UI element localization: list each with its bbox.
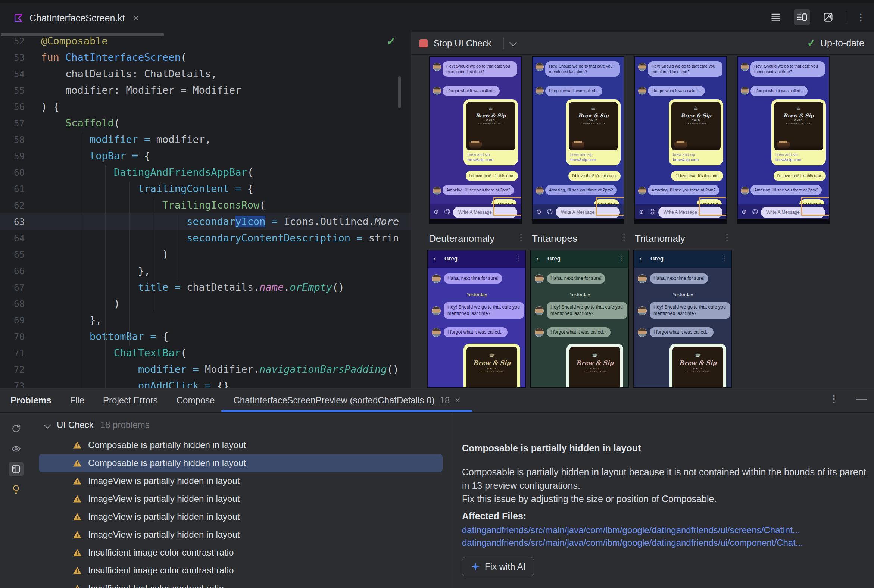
indent-guide: [178, 214, 179, 280]
tab-label: Problems: [11, 395, 51, 405]
chevron-down-icon[interactable]: [509, 39, 517, 46]
ide-window: ChatInterfaceScreen.kt × ⋮ 52@Composable…: [0, 0, 874, 588]
chat-bubble-incoming: Haha, next time for sure!: [547, 273, 605, 284]
preview-image-icon[interactable]: [820, 9, 836, 26]
problem-item[interactable]: !ImageView is partially hidden in layout: [39, 508, 443, 526]
link-preview-card: ☕ Brew & Sip — OHID — COFFEE&CASIDY brew…: [566, 99, 620, 165]
tab-close-icon[interactable]: ×: [455, 395, 460, 405]
problem-text: ImageView is partially hidden in layout: [88, 512, 240, 522]
code-line: 60 DatingAndFriendsAppBar(: [0, 164, 410, 181]
refresh-icon[interactable]: [9, 421, 24, 436]
phone-preview-bottom-row[interactable]: ‹ Greg ⋮ Haha, next time for sure!Yester…: [633, 250, 732, 388]
back-icon: ‹: [433, 255, 435, 262]
chat-bubble-incoming: I forgot what it was called...: [648, 86, 705, 96]
preview-kebab-icon[interactable]: ⋮: [619, 232, 628, 243]
line-number: 55: [0, 82, 41, 99]
warning-icon: !: [73, 531, 81, 538]
phone-preview-bottom-row[interactable]: ‹ Greg ⋮ Haha, next time for sure!Yester…: [530, 250, 629, 388]
preview-eye-icon[interactable]: [9, 441, 24, 456]
preview-kebab-icon[interactable]: ⋮: [722, 232, 731, 243]
problem-item[interactable]: !ImageView is partially hidden in layout: [39, 490, 443, 508]
stop-ui-check-button[interactable]: Stop UI Check: [416, 36, 495, 51]
back-icon: ‹: [639, 255, 641, 262]
problem-item[interactable]: !ImageView is partially hidden in layout: [39, 526, 443, 544]
link-preview-card: ☕ Brew & Sip — OHID — COFFEE&CASIDY: [670, 344, 726, 388]
code-editor[interactable]: 52@Composable53fun ChatInterfaceScreen(5…: [0, 32, 410, 388]
chat-header: ‹ Greg ⋮: [531, 250, 628, 267]
ai-sparkle-icon: [471, 562, 480, 572]
problem-item[interactable]: !ImageView is partially hidden in layout: [39, 472, 443, 490]
editor-options-kebab-icon[interactable]: ⋮: [856, 12, 866, 22]
split-view-icon[interactable]: [794, 9, 810, 26]
line-number: 62: [0, 197, 41, 214]
tab-badge: 18: [440, 395, 450, 405]
tool-window-kebab-icon[interactable]: ⋮: [829, 394, 839, 404]
tab-close-icon[interactable]: ×: [133, 12, 139, 24]
horizontal-scrollbar[interactable]: [1, 33, 164, 36]
ui-check-highlight-box: [596, 197, 624, 216]
problem-item[interactable]: !Insufficient image color contrast ratio: [39, 544, 443, 561]
open-details-panel-icon[interactable]: [9, 462, 24, 477]
add-icon: ⊕: [639, 208, 644, 215]
fix-with-ai-button[interactable]: Fix with AI: [462, 557, 534, 576]
code-line: 72 modifier = Modifier.navigationBarsPad…: [0, 361, 410, 378]
problems-group-header[interactable]: UI Check 18 problems: [32, 418, 150, 432]
brew-and-sip-image: ☕ Brew & Sip — OHID — COFFEE&CASIDY: [671, 102, 721, 150]
avatar: [433, 87, 441, 95]
up-to-date-status: ✓ Up-to-date: [807, 37, 864, 49]
chat-bubble-incoming: Hey! Should we go to that cafe you menti…: [444, 302, 524, 319]
vertical-scrollbar[interactable]: [398, 76, 401, 108]
affected-files-label: Affected Files:: [462, 511, 526, 522]
chat-kebab-icon: ⋮: [619, 255, 624, 262]
lightbulb-icon[interactable]: [9, 482, 24, 496]
bottom-tab[interactable]: File: [70, 395, 84, 405]
problem-item[interactable]: !Insufficient text color contrast ratio: [39, 579, 443, 588]
date-divider: Yesterday: [531, 292, 628, 297]
ui-check-highlight-box: [801, 197, 830, 216]
problem-details-panel: Composable is partially hidden in layout…: [453, 413, 874, 588]
avatar: [741, 63, 749, 71]
avatar: [638, 63, 646, 71]
ui-check-highlight-box: [698, 197, 727, 216]
file-tab[interactable]: ChatInterfaceScreen.kt ×: [8, 8, 145, 28]
code-line: 57 Scaffold(: [0, 115, 410, 131]
chat-bubble-incoming: I forgot what it was called...: [751, 86, 808, 96]
chat-bubble-incoming: Hey! Should we go to that cafe you menti…: [547, 302, 627, 319]
bottom-tab[interactable]: Project Errors: [103, 395, 158, 405]
preview-config-label: Deuteranomaly: [429, 233, 494, 244]
chevron-down-icon[interactable]: [44, 421, 51, 429]
code-line: 56) {: [0, 99, 410, 115]
chat-bubble-outgoing: I'd love that! It's this one.: [773, 171, 826, 181]
code-line: 58 modifier = modifier,: [0, 131, 410, 148]
affected-file-link[interactable]: datingandfriends/src/main/java/com/ibm/g…: [462, 538, 803, 548]
active-tab-underline: [221, 410, 472, 412]
preview-kebab-icon[interactable]: ⋮: [517, 232, 526, 243]
phone-preview-top-row[interactable]: Hey! Should we go to that cafe you menti…: [429, 56, 522, 224]
avatar: [741, 87, 749, 95]
phone-preview-top-row[interactable]: Hey! Should we go to that cafe you menti…: [634, 56, 727, 224]
code-view-icon[interactable]: [767, 9, 784, 26]
problem-item[interactable]: !Insufficient image color contrast ratio: [39, 561, 443, 579]
phone-preview-bottom-row[interactable]: ‹ Greg ⋮ Haha, next time for sure!Yester…: [427, 250, 526, 388]
phone-preview-top-row[interactable]: Hey! Should we go to that cafe you menti…: [532, 56, 624, 224]
problem-item[interactable]: !Composable is partially hidden in layou…: [39, 454, 443, 472]
code-line: 67 title = chatDetails.name.orEmpty(): [0, 279, 410, 296]
minimize-icon[interactable]: —: [856, 393, 866, 405]
toolbar-separator: [503, 38, 504, 49]
line-number: 61: [0, 181, 41, 197]
phone-preview-top-row[interactable]: Hey! Should we go to that cafe you menti…: [737, 56, 830, 224]
avatar: [433, 186, 441, 195]
problem-fix-hint: Fix this issue by adjusting the size or …: [462, 492, 716, 506]
brew-and-sip-image: ☕ Brew & Sip — OHID — COFFEE&CASIDY: [467, 346, 517, 388]
bottom-tab[interactable]: Compose: [177, 395, 215, 405]
inspections-ok-icon[interactable]: ✓: [387, 35, 396, 48]
problem-item[interactable]: !Composable is partially hidden in layou…: [39, 436, 443, 454]
chat-bubble-incoming: Hey! Should we go to that cafe you menti…: [443, 61, 517, 77]
affected-file-link[interactable]: datingandfriends/src/main/java/com/ibm/g…: [462, 525, 800, 536]
bottom-tab[interactable]: Problems: [11, 395, 51, 405]
preview-canvas[interactable]: Hey! Should we go to that cafe you menti…: [411, 54, 874, 388]
problem-text: ImageView is partially hidden in layout: [88, 476, 240, 486]
bottom-tab[interactable]: ChatInterfaceScreenPreview (sortedChatDe…: [233, 395, 460, 405]
chat-bubble-incoming: Haha, next time for sure!: [444, 273, 502, 284]
tab-label: File: [70, 395, 84, 405]
